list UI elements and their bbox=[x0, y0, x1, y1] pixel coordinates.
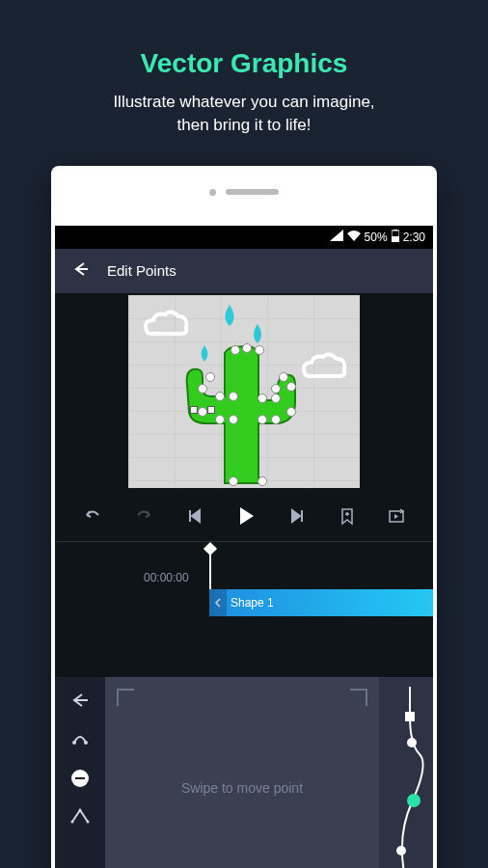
clock: 2:30 bbox=[403, 231, 425, 244]
battery-icon bbox=[392, 230, 399, 245]
wifi-icon bbox=[347, 230, 361, 244]
redo-button[interactable] bbox=[133, 505, 154, 527]
svg-point-5 bbox=[84, 741, 88, 745]
chevron-left-icon bbox=[214, 597, 222, 609]
arrow-left-icon bbox=[70, 692, 90, 708]
edit-handle[interactable] bbox=[190, 406, 198, 414]
redo-icon bbox=[133, 505, 154, 527]
edit-handle[interactable] bbox=[207, 406, 215, 414]
replay-button[interactable] bbox=[387, 506, 406, 526]
curve-icon bbox=[70, 729, 90, 748]
app-header: Edit Points bbox=[55, 249, 433, 293]
skip-end-button[interactable] bbox=[288, 506, 308, 526]
play-button[interactable] bbox=[233, 503, 258, 529]
move-pad[interactable]: Swipe to move point bbox=[117, 689, 367, 868]
status-bar: 50% 2:30 bbox=[55, 226, 433, 249]
cloud-shape-1 bbox=[142, 309, 192, 339]
play-icon bbox=[233, 503, 258, 529]
svg-rect-2 bbox=[393, 230, 397, 231]
curve-node[interactable] bbox=[396, 846, 406, 855]
curve-node[interactable] bbox=[405, 712, 415, 721]
point-editor: Swipe to move point bbox=[105, 677, 433, 868]
remove-point-button[interactable] bbox=[71, 770, 89, 787]
curve-preview[interactable] bbox=[379, 677, 433, 868]
active-curve-node[interactable] bbox=[407, 794, 420, 807]
editor-panel: Swipe to move point bbox=[55, 677, 433, 868]
curve-node[interactable] bbox=[407, 738, 417, 747]
timeline[interactable]: 00:00:00 Shape 1 bbox=[55, 541, 433, 616]
skip-start-icon bbox=[184, 506, 203, 526]
svg-rect-1 bbox=[392, 236, 399, 242]
timecode: 00:00:00 bbox=[144, 571, 189, 584]
replay-icon bbox=[387, 506, 406, 526]
skip-end-icon bbox=[288, 506, 308, 526]
curve-tool-button[interactable] bbox=[70, 729, 90, 748]
battery-pct: 50% bbox=[365, 231, 388, 244]
svg-point-4 bbox=[72, 741, 76, 745]
svg-point-6 bbox=[71, 820, 74, 823]
corner-icon bbox=[70, 808, 90, 824]
arrow-left-icon bbox=[70, 259, 90, 279]
tool-sidebar bbox=[55, 677, 105, 868]
corner-tool-button[interactable] bbox=[70, 808, 90, 824]
move-hint: Swipe to move point bbox=[181, 780, 303, 796]
timeline-track[interactable]: Shape 1 bbox=[209, 589, 433, 616]
back-button[interactable] bbox=[70, 259, 90, 282]
bookmark-button[interactable] bbox=[338, 506, 357, 526]
page-title: Edit Points bbox=[107, 262, 176, 279]
raindrop-1 bbox=[221, 305, 238, 328]
promo-subtitle: Illustrate whatever you can imagine, the… bbox=[29, 91, 459, 137]
track-label: Shape 1 bbox=[230, 596, 274, 610]
canvas-area[interactable] bbox=[55, 293, 433, 491]
bookmark-add-icon bbox=[338, 506, 357, 526]
cloud-shape-2 bbox=[300, 351, 350, 382]
undo-icon bbox=[82, 505, 103, 527]
track-handle[interactable] bbox=[209, 589, 227, 616]
svg-point-7 bbox=[79, 808, 82, 811]
promo-title: Vector Graphics bbox=[29, 48, 459, 79]
playback-bar bbox=[55, 491, 433, 541]
back-tool-button[interactable] bbox=[70, 692, 90, 708]
signal-icon bbox=[330, 230, 343, 244]
svg-point-8 bbox=[87, 820, 90, 823]
phone-frame: 50% 2:30 Edit Points bbox=[51, 166, 437, 868]
skip-start-button[interactable] bbox=[184, 506, 203, 526]
undo-button[interactable] bbox=[82, 505, 103, 527]
